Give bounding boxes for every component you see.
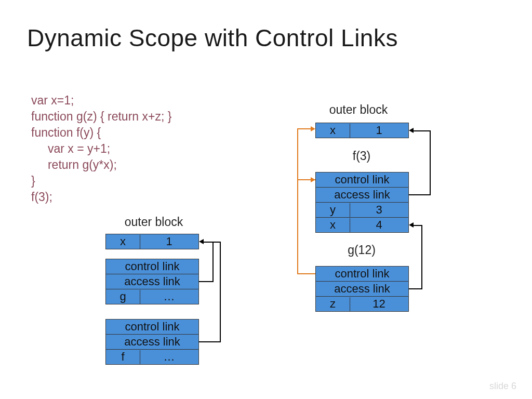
page-title: Dynamic Scope with Control Links — [27, 24, 398, 52]
arrow-seg — [409, 288, 422, 289]
cell-value: 4 — [350, 218, 408, 232]
cell-key: y — [316, 203, 350, 217]
left-outer-label: outer block — [112, 215, 195, 229]
cell-key: x — [106, 234, 140, 249]
code-line: f(3); — [31, 189, 171, 205]
arrow-seg — [297, 180, 298, 274]
arrow-head-icon — [409, 128, 414, 133]
code-line: function f(y) { — [31, 125, 171, 141]
code-line: var x = y+1; — [31, 141, 171, 157]
arrow-seg — [220, 242, 221, 342]
left-x-cell: x 1 — [105, 234, 199, 249]
right-t1-access: access link — [315, 187, 409, 203]
cell-value: 3 — [350, 203, 408, 217]
arrow-seg — [413, 130, 431, 131]
arrow-head-icon — [311, 177, 315, 182]
arrow-seg — [298, 179, 312, 180]
left-t1-g: g … — [105, 289, 199, 304]
right-t1-y: y 3 — [315, 202, 409, 218]
cell-key: z — [316, 297, 350, 311]
cell-value: … — [140, 289, 198, 304]
arrow-seg — [297, 128, 312, 129]
arrow-seg — [421, 225, 422, 289]
code-line: var x=1; — [31, 92, 171, 109]
left-t2-access: access link — [105, 334, 199, 350]
arrow-seg — [214, 242, 221, 243]
right-g12-label: g(12) — [330, 243, 393, 257]
cell-value: 12 — [350, 297, 408, 311]
left-t2-control: control link — [105, 319, 199, 335]
arrow-seg — [297, 128, 298, 180]
arrow-seg — [203, 242, 214, 243]
right-t1-x: x 4 — [315, 217, 409, 233]
right-t2-access: access link — [315, 281, 409, 297]
cell-value: 1 — [350, 123, 408, 138]
code-block: var x=1; function g(z) { return x+z; } f… — [31, 92, 171, 205]
right-t2-control: control link — [315, 266, 409, 282]
cell-key: x — [316, 218, 350, 232]
right-outer-label: outer block — [317, 103, 400, 117]
right-f3-label: f(3) — [330, 149, 393, 163]
arrow-seg — [430, 130, 431, 195]
cell-key: g — [106, 289, 140, 304]
code-line: return g(y*x); — [31, 157, 171, 173]
left-t1-control: control link — [105, 259, 199, 274]
arrow-seg — [199, 281, 214, 282]
code-line: function g(z) { return x+z; } — [31, 109, 171, 125]
cell-value: … — [140, 350, 198, 364]
cell-key: x — [316, 123, 350, 138]
arrow-seg — [297, 273, 315, 274]
code-line: } — [31, 173, 171, 189]
left-t1-access: access link — [105, 274, 199, 289]
left-t2-f: f … — [105, 349, 199, 365]
arrow-head-icon — [199, 239, 204, 244]
right-x-cell: x 1 — [315, 123, 409, 138]
right-t1-control: control link — [315, 172, 409, 188]
arrow-seg — [409, 194, 431, 195]
arrow-seg — [212, 242, 214, 282]
right-t2-z: z 12 — [315, 296, 409, 312]
arrow-head-icon — [311, 126, 315, 131]
cell-value: 1 — [140, 234, 198, 249]
slide-number: slide 6 — [489, 381, 516, 392]
arrow-head-icon — [409, 222, 414, 228]
cell-key: f — [106, 350, 140, 364]
arrow-seg — [199, 341, 221, 342]
arrow-seg — [413, 225, 422, 226]
